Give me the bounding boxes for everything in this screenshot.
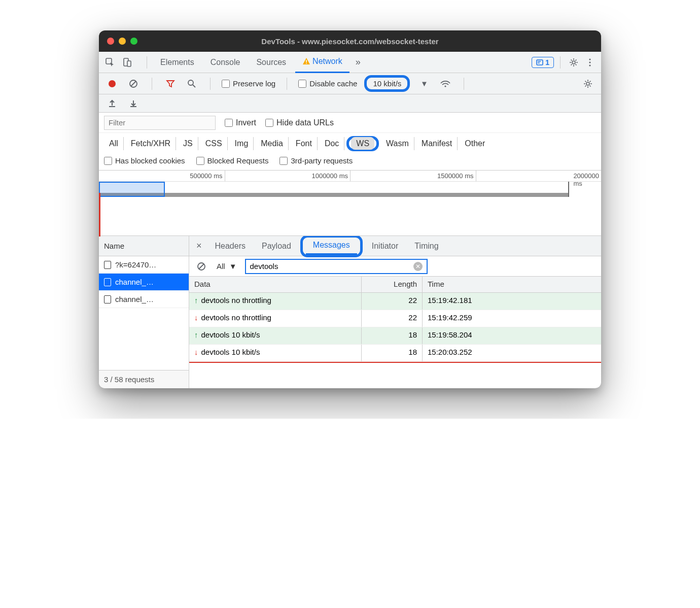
filter-input[interactable]: [104, 116, 216, 130]
preserve-log-checkbox[interactable]: Preserve log: [222, 79, 275, 88]
kebab-menu-icon[interactable]: [583, 55, 597, 70]
device-toggle-icon[interactable]: [120, 55, 134, 70]
message-row[interactable]: ↑devtools no throttling 22 15:19:42.181: [189, 293, 601, 310]
messages-highlight: Messages: [300, 235, 363, 257]
tab-sources[interactable]: Sources: [249, 52, 293, 73]
request-name: ?k=62470…: [115, 260, 156, 269]
type-css[interactable]: CSS: [200, 137, 228, 150]
separator: [147, 56, 147, 69]
type-other[interactable]: Other: [460, 137, 490, 150]
minimize-window-button[interactable]: [119, 38, 126, 45]
more-tabs-icon[interactable]: »: [352, 57, 365, 67]
throttling-caret-icon[interactable]: ▼: [417, 77, 431, 91]
message-row[interactable]: ↑devtools 10 kbit/s 18 15:19:58.204: [189, 327, 601, 345]
request-name: channel_…: [115, 295, 154, 303]
file-icon: [104, 261, 111, 269]
tab-elements[interactable]: Elements: [153, 52, 201, 73]
tab-network[interactable]: Network: [295, 52, 349, 73]
messages-search-box[interactable]: ✕: [245, 259, 428, 274]
detail-tab-messages[interactable]: Messages: [306, 238, 357, 255]
timeline-ruler: 500000 ms 1000000 ms 1500000 ms 2000000 …: [99, 171, 601, 182]
type-manifest[interactable]: Manifest: [416, 137, 458, 150]
maximize-window-button[interactable]: [130, 38, 137, 45]
messages-filter-dropdown[interactable]: All ▼: [214, 261, 240, 272]
record-button[interactable]: [105, 77, 119, 91]
request-row[interactable]: channel_…: [99, 274, 189, 291]
col-time[interactable]: Time: [423, 277, 601, 292]
extra-filters: Has blocked cookies Blocked Requests 3rd…: [99, 154, 601, 170]
timeline-overview[interactable]: 500000 ms 1000000 ms 1500000 ms 2000000 …: [99, 170, 601, 236]
request-row[interactable]: channel_…: [99, 291, 189, 308]
network-split: Name ?k=62470… channel_… channel_… 3 / 5…: [99, 236, 601, 388]
svg-rect-4: [306, 63, 307, 64]
requests-header[interactable]: Name: [99, 236, 189, 256]
tab-console[interactable]: Console: [203, 52, 248, 73]
traffic-lights: [107, 38, 137, 45]
settings-gear-icon[interactable]: [567, 55, 581, 70]
detail-pane: × Headers Payload Messages Initiator Tim…: [189, 236, 601, 388]
message-row[interactable]: ↓devtools 10 kbit/s 18 15:20:03.252: [189, 345, 601, 362]
col-data[interactable]: Data: [189, 277, 362, 292]
message-row[interactable]: ↓devtools no throttling 22 15:19:42.259: [189, 310, 601, 327]
hide-data-urls-checkbox[interactable]: Hide data URLs: [265, 118, 334, 127]
network-settings-gear-icon[interactable]: [581, 77, 595, 91]
timeline-bar: [99, 193, 568, 197]
disable-cache-checkbox[interactable]: Disable cache: [298, 79, 357, 88]
detail-tab-timing[interactable]: Timing: [407, 236, 445, 256]
clear-search-icon[interactable]: ✕: [413, 262, 423, 271]
svg-point-11: [589, 64, 590, 66]
svg-point-16: [445, 85, 446, 87]
timeline-end: [568, 182, 569, 197]
type-js[interactable]: JS: [178, 137, 198, 150]
throttling-dropdown[interactable]: 10 kbit/s: [364, 75, 410, 92]
detail-tab-headers[interactable]: Headers: [208, 236, 253, 256]
svg-rect-3: [306, 60, 307, 62]
issues-icon: [536, 59, 543, 66]
import-har-icon[interactable]: [126, 96, 141, 111]
arrow-up-icon: ↑: [194, 296, 201, 305]
invert-checkbox[interactable]: Invert: [225, 118, 256, 127]
blocked-requests-checkbox[interactable]: Blocked Requests: [196, 156, 269, 165]
svg-rect-2: [127, 61, 131, 66]
close-window-button[interactable]: [107, 38, 114, 45]
network-toolbar: Preserve log Disable cache 10 kbit/s ▼: [99, 73, 601, 94]
type-all[interactable]: All: [104, 137, 124, 150]
type-font[interactable]: Font: [291, 137, 318, 150]
svg-point-8: [572, 61, 575, 64]
svg-point-10: [589, 61, 590, 63]
type-ws-highlight: WS: [346, 136, 379, 151]
titlebar: DevTools - www.piesocket.com/websocket-t…: [99, 30, 601, 52]
col-length[interactable]: Length: [362, 277, 423, 292]
clear-messages-icon[interactable]: [194, 259, 208, 274]
arrow-up-icon: ↑: [194, 330, 201, 339]
request-row[interactable]: ?k=62470…: [99, 256, 189, 274]
arrow-down-icon: ↓: [194, 313, 201, 322]
type-ws[interactable]: WS: [351, 137, 374, 150]
svg-point-9: [589, 58, 590, 60]
network-conditions-icon[interactable]: [438, 77, 452, 91]
issues-badge[interactable]: 1: [532, 57, 554, 68]
inspect-element-icon[interactable]: [103, 55, 117, 70]
search-icon[interactable]: [185, 77, 199, 91]
filter-toggle-icon[interactable]: [163, 77, 178, 91]
svg-point-14: [188, 80, 193, 85]
detail-tab-initiator[interactable]: Initiator: [365, 236, 405, 256]
filter-row: Invert Hide data URLs: [99, 113, 601, 133]
svg-line-21: [199, 264, 204, 269]
type-img[interactable]: Img: [230, 137, 254, 150]
timeline-selection[interactable]: [99, 182, 165, 197]
clear-icon[interactable]: [126, 77, 141, 91]
messages-table-header: Data Length Time: [189, 277, 601, 293]
timeline-tick: 1500000 ms: [437, 172, 476, 180]
has-blocked-cookies-checkbox[interactable]: Has blocked cookies: [104, 156, 185, 165]
type-doc[interactable]: Doc: [320, 137, 344, 150]
separator: [560, 56, 561, 69]
third-party-checkbox[interactable]: 3rd-party requests: [279, 156, 353, 165]
type-fetch-xhr[interactable]: Fetch/XHR: [126, 137, 176, 150]
detail-tab-payload[interactable]: Payload: [255, 236, 298, 256]
close-detail-icon[interactable]: ×: [192, 241, 206, 251]
messages-search-input[interactable]: [250, 262, 413, 271]
export-har-icon[interactable]: [105, 96, 119, 111]
type-wasm[interactable]: Wasm: [381, 137, 414, 150]
type-media[interactable]: Media: [256, 137, 289, 150]
